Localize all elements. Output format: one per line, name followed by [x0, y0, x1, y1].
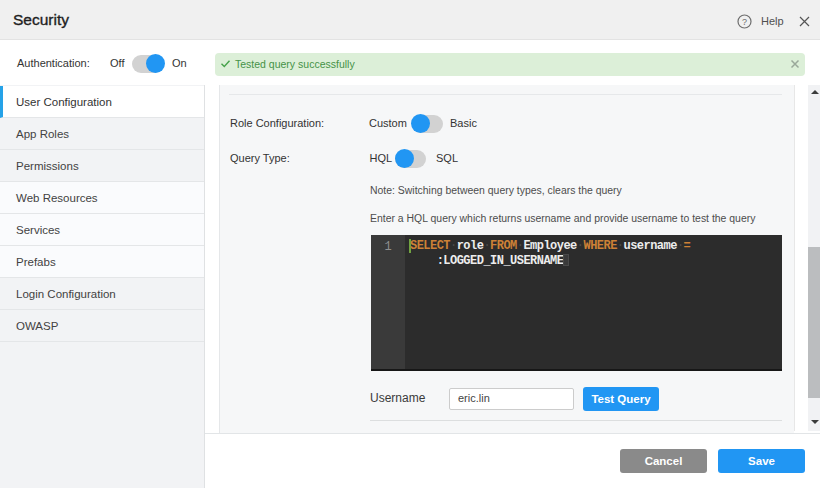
svg-text:?: ? [742, 17, 747, 27]
